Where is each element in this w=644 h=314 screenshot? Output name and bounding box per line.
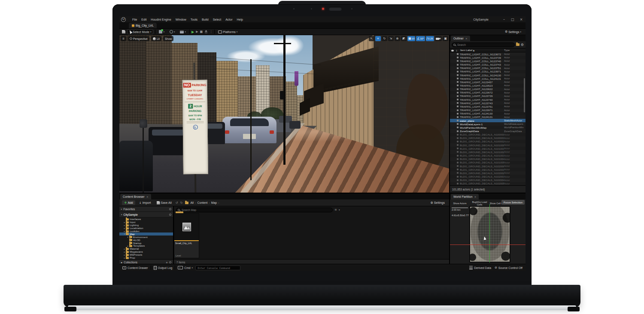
- history-forward-icon[interactable]: ↻: [180, 201, 183, 205]
- outliner-row[interactable]: BLDG_GROUND_DECALS_N102000 (Ur Actor: [450, 164, 526, 168]
- viewport-options-button[interactable]: ≡: [121, 36, 126, 41]
- outliner-search-input[interactable]: [452, 42, 515, 47]
- outliner-row[interactable]: BLDG_GROUND_DECALS_N101005 (Ur Actor: [450, 161, 526, 164]
- content-drawer-button[interactable]: Content Drawer: [122, 266, 148, 269]
- outliner-row[interactable]: BLDG_GROUND_DECALS_N102001 (Ur Actor: [450, 168, 526, 171]
- derived-data-button[interactable]: Derived Data: [469, 266, 491, 269]
- grid-snap-button[interactable]: ▦10: [407, 36, 415, 41]
- scale-snap-button[interactable]: ∕0.25: [426, 36, 434, 41]
- outliner-row[interactable]: TRAFFIC_LIGHT_COLL_N123740 Actor: [450, 59, 526, 63]
- outliner-row[interactable]: TRAFFIC_LIGHT_COLL_N124131 Actor: [450, 77, 526, 80]
- outliner-row[interactable]: TRAFFIC_LIGHT_COLL_N123672 Actor: [450, 52, 526, 56]
- blueprints-button[interactable]: ▾: [168, 30, 177, 34]
- outliner-row[interactable]: BLDG_GROUND_DECALS_N101002 (Ur Actor: [450, 150, 526, 154]
- rotation-snap-button[interactable]: ∠10°: [416, 36, 425, 41]
- asset-card[interactable]: Small_City_LVL Level: [174, 213, 199, 258]
- lit-mode-button[interactable]: Lit: [151, 36, 161, 41]
- outliner-row[interactable]: WorldDataLayers-1 WorldDataLayers: [450, 122, 526, 126]
- menu-item[interactable]: Houdini Engine: [149, 18, 173, 21]
- tree-item[interactable]: Startup: [119, 242, 173, 245]
- world-local-toggle[interactable]: ⊕: [395, 36, 400, 41]
- tree-item[interactable]: Templates: [119, 245, 173, 248]
- outliner-row[interactable]: TRAFFIC_LIGHT_N123523 Actor: [450, 84, 526, 87]
- history-back-icon[interactable]: ↺: [176, 201, 178, 205]
- outliner-row[interactable]: TRAFFIC_LIGHT_N124130 Actor: [450, 112, 526, 115]
- menu-item[interactable]: Select: [211, 18, 223, 21]
- search-icon[interactable]: [169, 261, 171, 263]
- select-tool-button[interactable]: ↖: [369, 36, 374, 41]
- outliner-row[interactable]: TRAFFIC_LIGHT_N123739 Actor: [450, 94, 526, 98]
- outliner-row[interactable]: TRAFFIC_LIGHT_N123971 Actor: [450, 109, 526, 112]
- chevron-down-icon[interactable]: ▾: [339, 208, 340, 211]
- outliner-row[interactable]: TRAFFIC_LIGHT_N123672 Actor: [450, 91, 526, 94]
- outliner-row[interactable]: BLDG_GROUND_DECALS_N101003 (Ur Actor: [450, 154, 526, 157]
- play-options-icon[interactable]: ⋮: [210, 30, 213, 33]
- select-mode-button[interactable]: Select Mode ▾: [127, 29, 153, 34]
- tab-world-partition[interactable]: World Partition ×: [451, 194, 479, 199]
- outliner-row[interactable]: TRAFFIC_LIGHT_N123743 Actor: [450, 101, 526, 105]
- show-button[interactable]: Show: [163, 36, 173, 41]
- menu-item[interactable]: Help: [234, 18, 245, 21]
- breadcrumb-item[interactable]: Map: [211, 201, 217, 204]
- move-tool-button[interactable]: +: [375, 36, 381, 41]
- menu-item[interactable]: Window: [173, 18, 188, 21]
- tab-outliner[interactable]: Outliner ×: [451, 36, 470, 41]
- stop-button[interactable]: ■: [200, 30, 203, 33]
- tree-item[interactable]: Lighting: [119, 224, 173, 227]
- world-partition-minimap[interactable]: [470, 207, 510, 262]
- outliner-row[interactable]: TRAFFIC_LIGHT_COLL_N124130 Actor: [450, 73, 526, 77]
- outliner-row[interactable]: BLDG_GROUND_DECALS_N102004 (Ur Actor: [450, 178, 526, 182]
- add-actor-button[interactable]: ▾: [157, 30, 166, 34]
- save-all-button[interactable]: Save All: [155, 201, 173, 205]
- filter-icon[interactable]: ≡: [334, 208, 337, 211]
- outliner-row[interactable]: TRAFFIC_LIGHT_COLL_N123743 Actor: [450, 63, 526, 66]
- tree-item[interactable]: Interfaces: [119, 218, 173, 221]
- outliner-row[interactable]: TRAFFIC_LIGHT_N123751 Actor: [450, 105, 526, 108]
- column-type[interactable]: Type: [504, 49, 526, 51]
- outliner-row[interactable]: TRAFFIC_LIGHT_N123622 Actor: [450, 88, 526, 91]
- close-icon[interactable]: ×: [465, 37, 468, 40]
- play-button[interactable]: ▶: [191, 30, 194, 34]
- outliner-row[interactable]: BLDG_GROUND_DECALS_N102005 (Ur Actor: [450, 182, 526, 185]
- menu-item[interactable]: Tools: [188, 18, 200, 21]
- tree-item[interactable]: Environment: [119, 236, 173, 239]
- menu-item[interactable]: Edit: [139, 18, 149, 21]
- outliner-row[interactable]: TRAFFIC_LIGHT_N123740 Actor: [450, 98, 526, 101]
- breadcrumb-item[interactable]: All: [191, 201, 194, 204]
- outliner-row[interactable]: BLDG_GROUND_DECALS_N100000 (Ur Actor: [450, 133, 526, 136]
- pin-icon[interactable]: ↓: [456, 49, 458, 52]
- asset-search-input[interactable]: [176, 208, 333, 212]
- outliner-row[interactable]: BLDG_GROUND_DECALS_N101004 (Ur Actor: [450, 157, 526, 161]
- outliner-row[interactable]: TRAFFIC_LIGHT_COLL_N123751 Actor: [450, 66, 526, 70]
- show-actors-toggle[interactable]: Show Actors: [450, 202, 470, 205]
- eye-icon[interactable]: [451, 50, 454, 51]
- tree-item[interactable]: Megascans: [119, 251, 173, 254]
- path-folder-icon[interactable]: [185, 202, 188, 204]
- import-button[interactable]: ↓ Import: [137, 201, 153, 205]
- scale-tool-button[interactable]: ⇲: [388, 36, 394, 41]
- tree-item[interactable]: Localization: [119, 227, 173, 230]
- column-item-label[interactable]: Item Label ▲: [460, 49, 504, 51]
- outliner-row[interactable]: BLDG_GROUND_DECALS_N102003 (Ur Actor: [450, 175, 526, 178]
- editor-settings-button[interactable]: ⚙ Settings ▾: [503, 30, 523, 34]
- search-icon[interactable]: [169, 214, 171, 216]
- tree-item[interactable]: Map: [119, 232, 173, 236]
- rotate-tool-button[interactable]: ↻: [382, 36, 387, 41]
- menu-item[interactable]: Build: [200, 18, 211, 21]
- outliner-row[interactable]: BLDG_GROUND_DECALS_N100002 (Ur Actor: [450, 140, 526, 143]
- minimize-button[interactable]: –: [500, 16, 508, 22]
- outliner-row[interactable]: WorldPartitionMiniMap WorldPartitionMin: [450, 126, 526, 129]
- surface-snap-button[interactable]: ◩: [401, 36, 407, 41]
- outliner-scrollbar[interactable]: [524, 78, 525, 112]
- outliner-row[interactable]: BLDG_GROUND_DECALS_N102002 (Ur Actor: [450, 171, 526, 175]
- tree-item[interactable]: Prop: [119, 257, 173, 260]
- console-command-input[interactable]: [195, 266, 240, 270]
- favorites-section[interactable]: ▸ Favorites: [119, 206, 173, 212]
- tree-item[interactable]: HLOD: [119, 239, 173, 242]
- outliner-row[interactable]: water_plane StaticMeshActor: [450, 119, 526, 122]
- menu-item[interactable]: Actor: [223, 18, 234, 21]
- tab-big-city-lvl[interactable]: Big_City_LVL: [129, 23, 157, 28]
- viewport[interactable]: NO PARKING 9AM TO 11AM TUESDAY STREET CL…: [119, 35, 449, 193]
- perspective-button[interactable]: Perspective: [128, 36, 149, 41]
- close-button[interactable]: ×: [517, 16, 526, 22]
